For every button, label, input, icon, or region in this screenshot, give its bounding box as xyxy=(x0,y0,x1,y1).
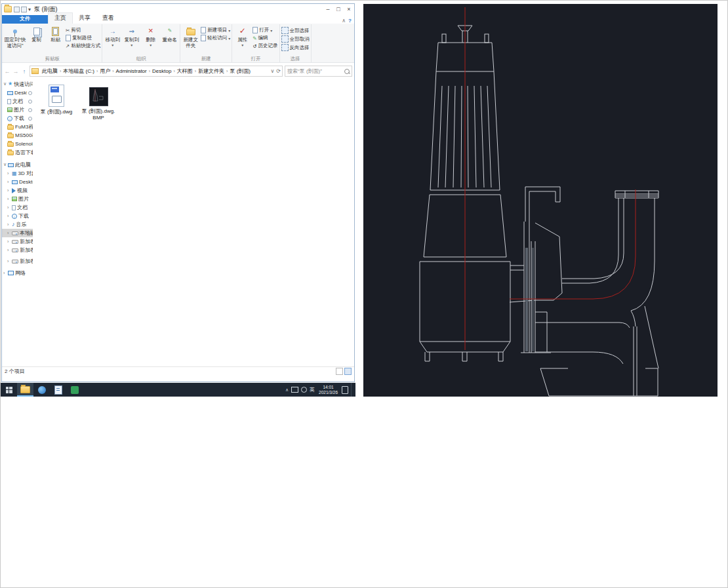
chevron-down-icon[interactable]: ∨ xyxy=(3,162,7,167)
taskbar-app-1[interactable] xyxy=(33,383,50,397)
maximize-button[interactable]: □ xyxy=(333,5,344,14)
sidebar-item-downloads[interactable]: ↓下载 xyxy=(2,114,33,123)
pin-label: 固定到“快速访问” xyxy=(4,37,26,49)
paste-button[interactable]: 粘贴 xyxy=(47,26,64,43)
breadcrumb-current[interactable]: 泵 (剖面) xyxy=(228,68,252,75)
new-item-button[interactable]: 新建项目▾ xyxy=(201,27,230,33)
breadcrumb-local-disk-c[interactable]: 本地磁盘 (C:) xyxy=(62,68,96,75)
tab-file[interactable]: 文件 xyxy=(2,15,48,24)
minimize-button[interactable]: – xyxy=(323,5,333,14)
address-dropdown-icon[interactable]: ∨ xyxy=(270,68,274,74)
delete-button[interactable]: × 删除▾ xyxy=(142,26,159,48)
sidebar-item-music[interactable]: ›♪音乐 xyxy=(2,220,33,229)
file-explorer-icon xyxy=(20,386,30,393)
move-to-button[interactable]: → 移动到▾ xyxy=(104,26,121,48)
ime-indicator[interactable]: 英 xyxy=(310,386,315,393)
pin-icon xyxy=(28,100,32,104)
search-input[interactable]: 搜索“泵 (剖面)” xyxy=(285,66,352,77)
copy-to-button[interactable]: ⇒ 复制到▾ xyxy=(123,26,140,48)
sidebar-item-videos[interactable]: ›视频 xyxy=(2,186,33,195)
tray-expand-icon[interactable]: ∧ xyxy=(285,387,289,393)
ribbon-collapse-icon[interactable]: ∧ xyxy=(342,18,346,24)
history-button[interactable]: ↺历史记录 xyxy=(253,43,277,49)
sidebar-item-network[interactable]: ›网络 xyxy=(2,269,33,277)
chevron-down-icon[interactable]: ∨ xyxy=(3,81,7,87)
select-group-label: 选择 xyxy=(281,56,310,62)
sidebar-section-quick-access[interactable]: ∨ ★ 快速访问 xyxy=(2,79,33,88)
scissors-icon: ✂ xyxy=(66,28,70,33)
sidebar-item-pc-downloads[interactable]: ›↓下载 xyxy=(2,212,33,220)
rename-button[interactable]: ✎ 重命名 xyxy=(161,26,178,43)
sidebar-item-local-disk-c[interactable]: ›本地磁盘 (C:) xyxy=(2,229,33,237)
breadcrumb-administrator[interactable]: Administrator xyxy=(115,68,148,74)
cut-button[interactable]: ✂剪切 xyxy=(66,27,100,33)
file-dwg[interactable]: 泵 (剖面).dwg xyxy=(39,85,73,115)
breadcrumb-users[interactable]: 用户 xyxy=(98,68,111,75)
breadcrumb-this-pc[interactable]: 此电脑 xyxy=(41,68,59,75)
display-tray-icon[interactable] xyxy=(291,387,298,393)
sidebar-item-pc-desktop[interactable]: ›Desktop xyxy=(2,178,33,186)
sidebar-item-pc-documents[interactable]: ›文档 xyxy=(2,203,33,212)
qat-newfolder-icon[interactable] xyxy=(21,7,27,12)
refresh-icon[interactable]: ⟳ xyxy=(276,68,281,74)
copy-path-button[interactable]: 复制路径 xyxy=(66,35,100,41)
start-button[interactable] xyxy=(1,383,17,397)
paste-shortcut-button[interactable]: ↗粘贴快捷方式 xyxy=(66,43,100,49)
properties-button[interactable]: ✓ 属性▾ xyxy=(233,26,251,48)
sidebar-item-documents[interactable]: 文档 xyxy=(2,97,33,106)
back-button[interactable]: ← xyxy=(4,68,10,75)
breadcrumb-drawings[interactable]: 大样图 xyxy=(176,68,194,75)
volume-tray-icon[interactable] xyxy=(301,387,307,393)
sidebar-item-volume-e[interactable]: ›新加卷 (E:) xyxy=(2,246,33,254)
file-name: 泵 (剖面).dwg xyxy=(39,109,73,115)
breadcrumb-new-folder[interactable]: 新建文件夹 xyxy=(197,68,226,75)
open-button[interactable]: 打开▾ xyxy=(253,27,277,33)
tab-home[interactable]: 主页 xyxy=(48,12,73,24)
sidebar-item-3d-objects[interactable]: ›▦3D 对象 xyxy=(2,169,33,178)
close-button[interactable]: × xyxy=(344,5,354,14)
bmp-thumbnail xyxy=(89,87,108,106)
pump-section-drawing xyxy=(363,4,718,397)
tab-share[interactable]: 共享 xyxy=(73,13,96,24)
sidebar-section-this-pc[interactable]: ∨ 此电脑 xyxy=(2,160,33,169)
select-all-button[interactable]: 全部选择 xyxy=(281,27,310,34)
sidebar-item-volume-f[interactable]: ›新加卷 (F:) xyxy=(2,257,33,265)
invert-selection-button[interactable]: 反向选择 xyxy=(281,44,310,51)
new-item-icon xyxy=(201,27,206,33)
details-view-toggle[interactable] xyxy=(336,368,343,375)
forward-button[interactable]: → xyxy=(12,68,19,75)
taskbar-file-explorer[interactable] xyxy=(17,383,33,397)
edit-button[interactable]: ✎编辑 xyxy=(253,35,277,41)
sidebar-item-folder-ms500[interactable]: MS500程式测试 xyxy=(2,131,33,140)
qat-properties-icon[interactable] xyxy=(14,7,20,12)
up-button[interactable]: ↑ xyxy=(21,68,28,75)
tab-view[interactable]: 查看 xyxy=(96,13,120,24)
taskbar-app-2[interactable] xyxy=(50,383,66,397)
sidebar-item-desktop[interactable]: Desktop xyxy=(2,88,33,97)
breadcrumb-desktop[interactable]: Desktop xyxy=(151,68,172,74)
show-desktop-button[interactable] xyxy=(351,383,354,397)
pin-to-quick-access-button[interactable]: 固定到“快速访问” xyxy=(4,26,26,49)
address-bar[interactable]: 此电脑› 本地磁盘 (C:)› 用户› Administrator› Deskt… xyxy=(30,66,283,77)
sidebar-item-folder-thunder[interactable]: 迅雷下载 xyxy=(2,148,33,157)
taskbar-clock[interactable]: 14:01 2021/3/26 xyxy=(317,385,339,394)
sidebar-item-volume-d[interactable]: ›新加卷 (D:) xyxy=(2,237,33,246)
move-to-icon: → xyxy=(110,26,116,37)
sidebar-item-folder-fum3[interactable]: FuM3程式测试 xyxy=(2,123,33,131)
qat-customize-icon[interactable]: ▾ xyxy=(28,7,31,12)
new-folder-button[interactable]: 新建文件夹 xyxy=(182,26,199,49)
easy-access-button[interactable]: 轻松访问▾ xyxy=(201,35,230,41)
select-none-button[interactable]: 全部取消 xyxy=(281,35,310,43)
thumbnail-view-toggle[interactable] xyxy=(344,368,352,375)
help-icon[interactable]: ? xyxy=(348,18,352,24)
sidebar-item-pictures[interactable]: 图片 xyxy=(2,106,33,114)
file-bmp[interactable]: 泵 (剖面).dwg.BMP xyxy=(81,85,115,121)
notification-center-icon[interactable] xyxy=(342,386,348,394)
sidebar-item-folder-solenoid[interactable]: Solenoid Valve阀 xyxy=(2,140,33,148)
documents-icon xyxy=(7,99,11,104)
quick-access-toolbar[interactable]: ▾ xyxy=(14,7,31,12)
explorer-content: ∨ ★ 快速访问 Desktop 文档 图片 ↓下载 FuM3程式测试 MS50… xyxy=(2,77,354,375)
sidebar-item-pc-pictures[interactable]: ›图片 xyxy=(2,195,33,203)
copy-button[interactable]: 复制 xyxy=(28,26,45,43)
taskbar-app-3[interactable] xyxy=(66,383,83,397)
